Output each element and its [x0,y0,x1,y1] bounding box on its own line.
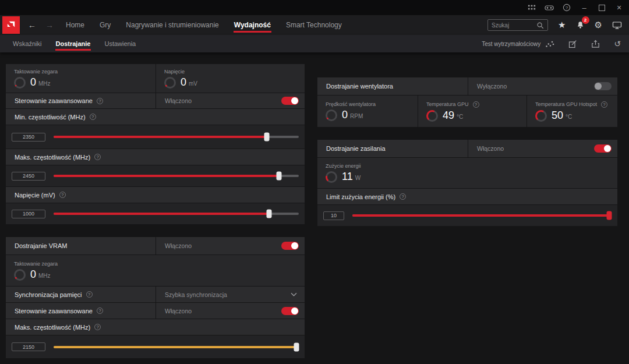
gpu-voltage-label: Napięcie [164,69,305,75]
power-limit-input[interactable] [323,211,344,220]
vram-tuning-panel: Dostrajanie VRAM Włączono Taktowanie zeg… [6,237,305,358]
maximize-button[interactable] [593,0,610,15]
slider-thumb[interactable] [294,342,299,351]
amd-radeon-logo[interactable] [2,16,20,34]
favorites-star-icon[interactable] [558,20,566,30]
fan-header-row: Dostrajanie wentylatora Wyłączono [317,77,617,95]
slider-thumb[interactable] [264,133,270,142]
gpu-temp-gauge-cell: Temperatura GPU 49 °C [418,96,526,127]
fan-gauges-row: Prędkość wentylatora 0 RPM Temperatura G… [317,96,617,127]
minimize-button[interactable] [575,0,593,15]
power-usage-value: 11 [342,171,353,182]
chevron-down-icon[interactable] [291,292,297,296]
power-tuning-panel: Dostrajanie zasilania Włączono Zużycie e… [317,140,617,226]
gpu-temp-gauge-icon [426,110,438,122]
help-circle-icon[interactable] [97,98,103,104]
display-icon[interactable] [612,21,622,30]
memory-timing-label-cell: Synchronizacja pamięci [6,287,156,302]
hotspot-temp-unit: °C [566,114,572,120]
hotspot-temp-value: 50 [552,110,563,121]
hotspot-temp-label: Temperatura GPU Hotspot [535,101,617,108]
search-input[interactable] [492,22,536,29]
gpu-tuning-column: Taktowanie zegara 0 MHz Napięcie 0 mV [6,64,305,358]
max-freq-slider[interactable] [54,175,299,177]
vram-tuning-toggle[interactable] [281,242,299,250]
subnav-tools: Test wytrzymałościowy [482,35,629,52]
notification-badge: 2 [582,16,589,24]
vram-advanced-label-cell: Sterowanie zaawansowane [6,303,156,319]
help-circle-icon[interactable] [97,308,103,314]
memory-timing-row: Synchronizacja pamięci Szybka synchroniz… [6,287,305,302]
help-circle-icon[interactable] [473,101,479,108]
voltage-input[interactable] [12,210,45,218]
forward-arrow-icon[interactable] [41,15,58,35]
vram-max-freq-slider[interactable] [54,346,299,348]
power-tuning-toggle[interactable] [594,144,612,153]
vram-state-cell: Włączono [156,237,305,255]
performance-subnav: Wskaźniki Dostrajanie Ustawienia Test wy… [0,35,629,52]
edit-profile-icon[interactable] [568,40,577,48]
vram-advanced-state-cell: Włączono [156,303,305,319]
max-freq-label-row: Maks. częstotliwość (MHz) [6,149,305,165]
min-freq-input[interactable] [12,133,45,142]
vram-title-cell: Dostrajanie VRAM [6,237,156,255]
fan-title-cell: Dostrajanie wentylatora [317,77,468,95]
nav-item-games[interactable]: Gry [92,15,118,35]
gpu-advanced-state-cell: Włączono [156,93,305,108]
help-circle-icon[interactable] [90,114,96,120]
gpu-tuning-panel: Taktowanie zegara 0 MHz Napięcie 0 mV [6,64,305,224]
reset-icon[interactable] [614,39,621,48]
vram-max-freq-input[interactable] [12,342,45,351]
nav-item-performance[interactable]: Wydajność [227,15,278,35]
power-limit-slider[interactable] [352,214,612,217]
vram-advanced-toggle[interactable] [281,307,299,315]
max-freq-input[interactable] [12,172,45,181]
tab-settings[interactable]: Ustawienia [97,35,143,52]
gpu-clock-gauge-cell: Taktowanie zegara 0 MHz [6,64,156,93]
memory-timing-select[interactable]: Szybka synchronizacja [156,287,305,302]
gamepad-icon[interactable] [540,0,558,15]
close-button[interactable] [610,0,628,15]
help-circle-icon[interactable] [86,291,93,298]
notifications-bell-icon[interactable]: 2 [576,20,585,30]
amd-arrow-icon [6,20,16,30]
nav-item-home[interactable]: Home [58,15,92,35]
slider-thumb[interactable] [606,211,612,220]
vram-header-row: Dostrajanie VRAM Włączono [6,237,305,255]
back-arrow-icon[interactable] [23,15,41,35]
fan-speed-value: 0 [342,109,348,120]
export-icon[interactable] [591,40,600,48]
slider-thumb[interactable] [277,172,282,181]
help-circle-icon[interactable] [601,101,607,108]
help-circle-icon[interactable] [400,193,406,200]
nav-item-smart-technology[interactable]: Smart Technology [278,15,349,35]
power-header-row: Dostrajanie zasilania Włączono [317,140,617,157]
help-circle-icon[interactable] [59,192,66,198]
slider-thumb[interactable] [267,210,272,218]
min-freq-slider-row [6,125,305,149]
tab-tuning[interactable]: Dostrajanie [49,35,98,52]
gpu-advanced-toggle[interactable] [281,97,299,105]
apps-grid-icon[interactable] [523,0,540,15]
nav-item-record-stream[interactable]: Nagrywanie i strumieniowanie [118,15,226,35]
search-icon [536,22,544,29]
min-freq-slider[interactable] [54,136,299,138]
gpu-clock-label: Taktowanie zegara [14,69,156,75]
fan-tuning-toggle[interactable] [594,82,612,90]
settings-gear-icon[interactable] [595,20,602,30]
fan-speed-gauge-cell: Prędkość wentylatora 0 RPM [317,96,418,127]
power-state-cell: Włączono [468,140,617,157]
help-circle-icon[interactable] [94,154,101,160]
voltage-slider[interactable] [54,213,299,215]
gpu-temp-value: 49 [443,110,454,121]
gpu-voltage-gauge-cell: Napięcie 0 mV [156,64,305,93]
vram-max-freq-slider-row [6,335,305,358]
titlebar: ? [0,0,629,15]
help-icon[interactable]: ? [558,0,575,15]
vram-clock-value: 0 [30,269,36,280]
search-box[interactable] [487,19,548,31]
help-circle-icon[interactable] [94,324,101,330]
tab-metrics[interactable]: Wskaźniki [6,35,49,52]
fan-tuning-panel: Dostrajanie wentylatora Wyłączono Prędko… [317,77,617,127]
stress-test-button[interactable]: Test wytrzymałościowy [482,40,554,48]
